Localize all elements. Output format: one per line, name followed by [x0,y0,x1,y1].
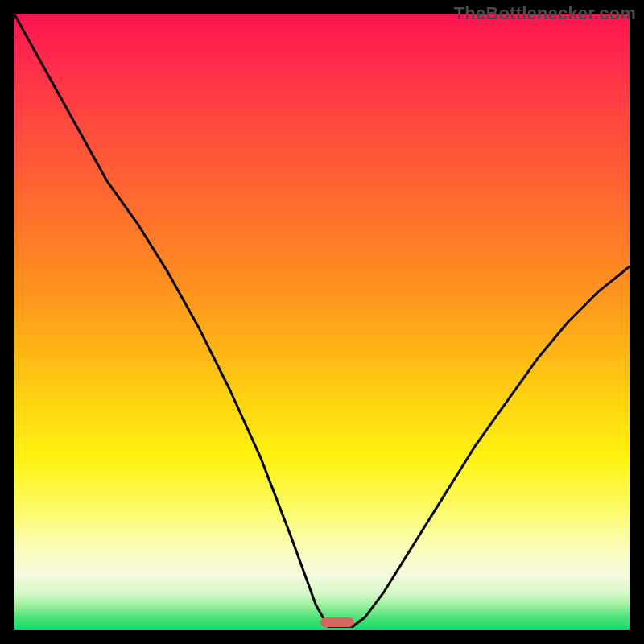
watermark-text: TheBottlenecker.com [454,3,636,24]
bottleneck-curve [14,14,630,630]
optimum-marker [320,617,354,627]
plot-area [14,14,630,630]
chart-frame: TheBottlenecker.com [0,0,644,644]
